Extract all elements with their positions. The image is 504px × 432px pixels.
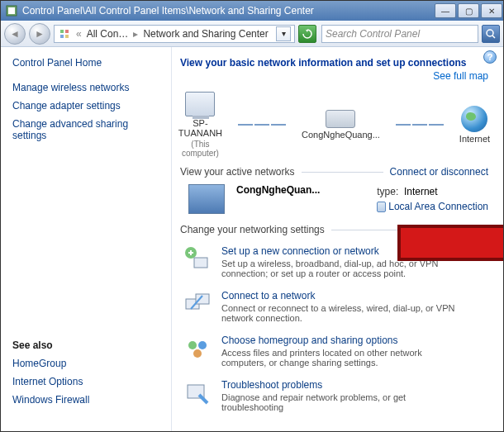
svg-rect-9 xyxy=(194,258,207,268)
advanced-sharing-link[interactable]: Change advanced sharing settings xyxy=(12,118,159,141)
window-title: Control Panel\All Control Panel Items\Ne… xyxy=(22,5,434,17)
svg-point-12 xyxy=(188,341,197,349)
task-connect-network[interactable]: Connect to a network Connect or reconnec… xyxy=(183,290,488,323)
breadcrumb-dropdown-button[interactable]: ▾ xyxy=(276,26,291,41)
page-heading: View your basic network information and … xyxy=(180,57,488,69)
network-category-icon xyxy=(188,184,225,214)
sidebar: Control Panel Home Manage wireless netwo… xyxy=(1,47,171,431)
breadcrumb[interactable]: « All Con… ▸ Network and Sharing Center … xyxy=(54,25,295,43)
svg-line-7 xyxy=(492,36,495,38)
task-title[interactable]: Troubleshoot problems xyxy=(221,379,469,391)
back-button[interactable]: ◄ xyxy=(4,23,26,45)
connect-disconnect-link[interactable]: Connect or disconnect xyxy=(390,166,488,178)
this-computer-node[interactable]: SP-TUANANH (This computer) xyxy=(178,92,222,158)
node-label: CongNgheQuang... xyxy=(302,130,380,140)
search-button[interactable] xyxy=(482,25,500,43)
active-network-name[interactable]: CongNgheQuan... xyxy=(236,184,320,196)
refresh-button[interactable] xyxy=(298,25,316,43)
networking-settings-label: Change your networking settings xyxy=(180,224,325,235)
chevron-right-icon: ▸ xyxy=(131,28,140,40)
window-titlebar: Control Panel\All Control Panel Items\Ne… xyxy=(1,1,503,21)
windows-firewall-link[interactable]: Windows Firewall xyxy=(12,394,159,406)
task-desc: Connect or reconnect to a wireless, wire… xyxy=(221,303,469,323)
network-center-icon xyxy=(58,27,71,40)
divider xyxy=(331,230,488,230)
homegroup-icon xyxy=(183,335,212,363)
task-title[interactable]: Set up a new connection or network xyxy=(221,245,469,257)
setup-connection-icon xyxy=(183,245,212,273)
svg-point-13 xyxy=(198,341,207,349)
maximize-button[interactable]: ▢ xyxy=(458,3,479,18)
task-desc: Set up a wireless, broadband, dial-up, a… xyxy=(221,259,469,278)
local-area-connection-link[interactable]: Local Area Connection xyxy=(388,201,488,212)
manage-wireless-link[interactable]: Manage wireless networks xyxy=(12,82,159,93)
task-desc: Access files and printers located on oth… xyxy=(221,348,469,368)
internet-options-link[interactable]: Internet Options xyxy=(12,376,159,387)
control-panel-home-link[interactable]: Control Panel Home xyxy=(12,57,159,69)
svg-rect-4 xyxy=(60,35,64,38)
connection-status-icon xyxy=(377,202,386,212)
access-type-value: Internet xyxy=(404,186,438,197)
task-desc: Diagnose and repair network problems, or… xyxy=(221,392,469,412)
breadcrumb-item[interactable]: Network and Sharing Center xyxy=(143,28,268,40)
task-title[interactable]: Choose homegroup and sharing options xyxy=(221,335,469,346)
svg-point-6 xyxy=(487,30,493,36)
svg-rect-5 xyxy=(65,35,69,38)
node-sublabel: (This computer) xyxy=(178,140,222,158)
active-networks-label: View your active networks xyxy=(180,166,295,178)
active-network-item: CongNgheQuan... type: Internet Local Are… xyxy=(188,184,488,214)
task-setup-connection[interactable]: Set up a new connection or network Set u… xyxy=(183,245,488,278)
access-type-label: type: xyxy=(377,186,398,197)
search-input[interactable]: Search Control Panel xyxy=(321,25,478,43)
control-panel-icon xyxy=(4,3,19,18)
search-placeholder: Search Control Panel xyxy=(326,28,420,40)
breadcrumb-item[interactable]: All Con… xyxy=(87,28,129,40)
svg-rect-2 xyxy=(60,30,64,33)
globe-icon xyxy=(461,106,487,132)
see-full-map-link[interactable]: See full map xyxy=(433,70,488,82)
navigation-bar: ◄ ► « All Con… ▸ Network and Sharing Cen… xyxy=(1,21,503,47)
close-button[interactable]: ✕ xyxy=(481,3,502,18)
internet-node[interactable]: Internet xyxy=(459,106,490,144)
network-link-line xyxy=(237,124,287,126)
svg-rect-11 xyxy=(196,294,209,304)
homegroup-link[interactable]: HomeGroup xyxy=(12,358,159,369)
node-label: SP-TUANANH xyxy=(178,118,222,138)
task-title[interactable]: Connect to a network xyxy=(221,290,469,301)
task-homegroup-sharing[interactable]: Choose homegroup and sharing options Acc… xyxy=(183,335,488,368)
network-link-line xyxy=(395,124,445,126)
chevron-right-icon: « xyxy=(74,28,83,40)
computer-icon xyxy=(185,92,215,116)
network-device-icon xyxy=(326,110,355,128)
svg-point-14 xyxy=(193,349,202,358)
help-icon[interactable]: ? xyxy=(483,50,497,64)
gateway-node[interactable]: CongNgheQuang... xyxy=(302,110,380,140)
forward-button[interactable]: ► xyxy=(29,23,50,45)
divider xyxy=(302,172,383,173)
task-troubleshoot[interactable]: Troubleshoot problems Diagnose and repai… xyxy=(183,379,488,412)
change-adapter-link[interactable]: Change adapter settings xyxy=(12,100,159,112)
svg-rect-3 xyxy=(65,30,69,33)
see-also-heading: See also xyxy=(12,339,159,351)
network-map: SP-TUANANH (This computer) CongNgheQuang… xyxy=(180,92,488,158)
main-panel: ? View your basic network information an… xyxy=(171,47,503,431)
minimize-button[interactable]: ― xyxy=(435,3,456,18)
troubleshoot-icon xyxy=(183,379,212,407)
connect-network-icon xyxy=(183,290,212,318)
node-label: Internet xyxy=(459,134,490,144)
svg-rect-1 xyxy=(8,7,15,14)
